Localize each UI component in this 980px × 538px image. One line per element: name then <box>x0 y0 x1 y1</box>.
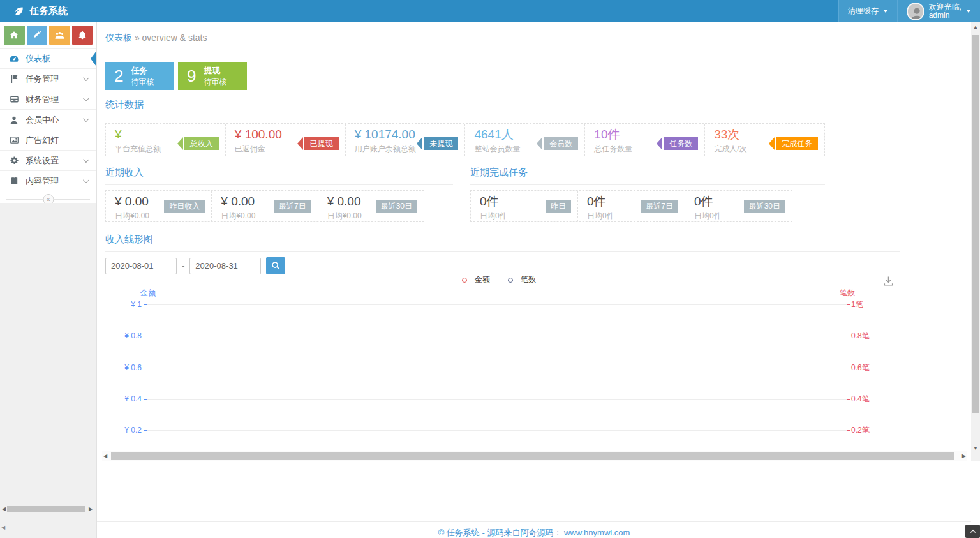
sidebar-item-label: 任务管理 <box>26 73 59 85</box>
left-axis-line <box>147 299 147 452</box>
sidebar-item-member-center[interactable]: 会员中心 <box>0 109 96 130</box>
stat-card-total-income: ¥平台充值总额 总收入 <box>106 124 225 156</box>
breadcrumb-dashboard-link[interactable]: 仪表板 <box>105 33 132 43</box>
user-icon <box>9 116 19 124</box>
stat-card-members: 4641人整站会员数量 会员数 <box>464 124 584 156</box>
back-to-top-button[interactable] <box>965 525 980 538</box>
sidebar-item-task-management[interactable]: 任务管理 <box>0 68 96 89</box>
right-axis-tick: 0.2笔 <box>851 425 887 436</box>
search-icon <box>271 261 281 271</box>
footer: © 任务系统 - 源码来自阿奇源码： www.hnymwl.com <box>97 521 971 538</box>
period-badge: 最近7日 <box>641 200 678 213</box>
app-title: 任务系统 <box>29 5 68 17</box>
left-axis-title: 金额 <box>126 288 170 299</box>
sidebar-item-label: 内容管理 <box>26 176 59 187</box>
right-axis-title: 笔数 <box>825 288 870 299</box>
scroll-right-icon[interactable]: ▶ <box>962 453 966 459</box>
section-title-stats: 统计数据 <box>105 99 825 117</box>
income-cards: ¥ 0.00日均¥0.00 昨日收入 ¥ 0.00日均¥0.00 最近7日 ¥ … <box>105 190 424 222</box>
stat-card-tasks: 10件总任务数量 任务数 <box>584 124 704 156</box>
sidebar-item-content-management[interactable]: 内容管理 <box>0 170 96 191</box>
home-button[interactable] <box>4 26 25 45</box>
chart-horizontal-scrollbar[interactable]: ◀ ▶ <box>102 451 967 461</box>
sidebar-item-ad-slides[interactable]: 广告幻灯 <box>0 130 96 150</box>
legend-marker <box>458 278 472 283</box>
date-to-input[interactable] <box>189 258 261 274</box>
sidebar-item-finance-management[interactable]: 财务管理 <box>0 89 96 109</box>
gear-icon <box>9 156 19 165</box>
scroll-right-icon[interactable]: ▶ <box>89 506 93 512</box>
pending-withdrawals-box[interactable]: 9 提现 待审核 <box>178 62 247 90</box>
scroll-up-icon[interactable]: ▲ <box>973 24 978 30</box>
edit-button[interactable] <box>27 26 48 45</box>
footer-link[interactable]: www.hnymwl.com <box>564 528 630 537</box>
period-badge: 最近30日 <box>744 200 785 213</box>
ribbon-badge: 已提现 <box>297 131 339 156</box>
legend-item-amount[interactable]: 金额 <box>458 274 490 285</box>
sidebar-horizontal-scrollbar[interactable]: ◀ ▶ <box>0 505 96 514</box>
notifications-button[interactable] <box>72 26 93 45</box>
gridline <box>147 399 847 400</box>
chevron-down-icon <box>83 95 89 101</box>
ribbon-badge: 会员数 <box>537 131 578 156</box>
app-logo[interactable]: 任务系统 <box>0 5 68 17</box>
gridline <box>147 430 847 431</box>
users-icon <box>55 31 64 40</box>
breadcrumb: 仪表板 » overview & stats <box>105 33 207 44</box>
footer-text: © 任务系统 - 源码来自阿奇源码： <box>438 528 562 537</box>
date-filter-row: - <box>105 257 285 274</box>
chart-legend: 金额 笔数 <box>147 274 847 285</box>
scroll-left-icon[interactable]: ◀ <box>103 453 107 459</box>
main-content: 仪表板 » overview & stats 2 任务 待审核 9 提现 待审核… <box>97 22 971 538</box>
vertical-scrollbar[interactable]: ▲ ▼ <box>971 22 980 461</box>
sidebar-item-label: 系统设置 <box>26 155 59 167</box>
app-screen: 任务系统 清理缓存 欢迎光临, admin <box>0 0 980 538</box>
users-button[interactable] <box>49 26 70 45</box>
scrollbar-thumb[interactable] <box>7 506 85 512</box>
stat-card-completions: 33次完成人/次 完成任务 <box>704 124 824 156</box>
sidebar-item-system-settings[interactable]: 系统设置 <box>0 150 96 170</box>
legend-item-count[interactable]: 笔数 <box>504 274 536 285</box>
scroll-left-icon[interactable]: ◀ <box>2 506 6 512</box>
task-card-7days: 0件日均0件 最近7日 <box>577 191 685 221</box>
search-button[interactable] <box>266 257 285 274</box>
section-title-recent-income: 近期收入 <box>105 167 453 185</box>
clear-cache-button[interactable]: 清理缓存 <box>838 0 897 22</box>
period-badge: 最近30日 <box>376 200 417 213</box>
sidebar-item-label: 广告幻灯 <box>26 135 59 146</box>
left-axis-tick: ¥ 1 <box>108 300 142 309</box>
sidebar-item-label: 会员中心 <box>26 114 59 126</box>
chevron-down-icon <box>83 177 89 183</box>
left-axis-tick: ¥ 0.6 <box>108 363 142 372</box>
chevron-down-icon <box>83 116 89 122</box>
scroll-down-icon[interactable]: ▼ <box>973 445 978 451</box>
image-icon <box>9 135 19 145</box>
chevron-down-icon <box>883 10 888 13</box>
user-menu[interactable]: 欢迎光临, admin <box>897 0 980 22</box>
pending-tasks-box[interactable]: 2 任务 待审核 <box>105 62 174 90</box>
right-axis-tick: 0.4笔 <box>851 394 887 405</box>
breadcrumb-path: » overview & stats <box>135 33 207 43</box>
left-axis-tick: ¥ 0.4 <box>108 394 142 403</box>
page-scroll-left-icon[interactable]: ◀ <box>1 525 5 530</box>
scrollbar-thumb[interactable] <box>972 35 979 413</box>
sidebar-item-dashboard[interactable]: 仪表板 <box>0 48 96 68</box>
legend-marker <box>504 278 518 283</box>
ribbon-badge: 总收入 <box>177 131 219 156</box>
home-icon <box>10 31 19 40</box>
gridline <box>147 336 847 336</box>
left-axis-tick: ¥ 0.8 <box>108 331 142 340</box>
section-title-recent-tasks: 近期完成任务 <box>470 167 825 185</box>
finance-icon <box>9 94 19 104</box>
right-axis-line <box>847 299 847 452</box>
sidebar: 仪表板 任务管理 财务管理 会员中心 广告幻灯 系统设置 <box>0 22 97 538</box>
right-axis-tick: 1笔 <box>851 299 887 310</box>
date-from-input[interactable] <box>105 258 177 274</box>
leaf-icon <box>13 6 24 17</box>
income-line-chart: ¥ 1 ¥ 0.8 ¥ 0.6 ¥ 0.4 ¥ 0.2 1笔 0.8笔 0.6笔… <box>147 304 847 452</box>
scrollbar-thumb[interactable] <box>111 452 954 460</box>
sidebar-toolbar <box>0 22 96 48</box>
active-indicator <box>91 51 96 66</box>
period-badge: 最近7日 <box>274 200 311 213</box>
download-chart-icon[interactable] <box>883 276 894 287</box>
